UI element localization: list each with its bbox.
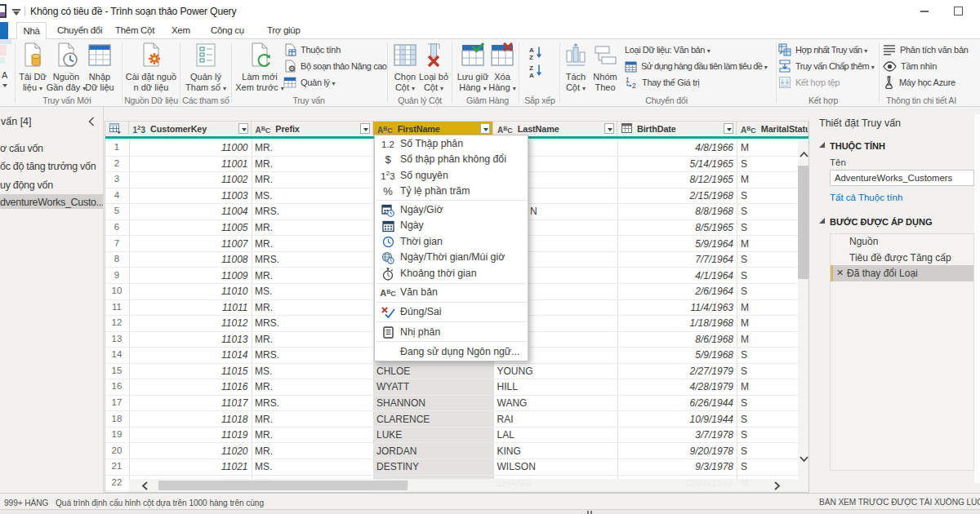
svg-text:1: 1 [626,76,630,84]
svg-text:Z: Z [529,54,533,60]
svg-text:2: 2 [632,82,636,89]
svg-text:A: A [529,72,534,78]
